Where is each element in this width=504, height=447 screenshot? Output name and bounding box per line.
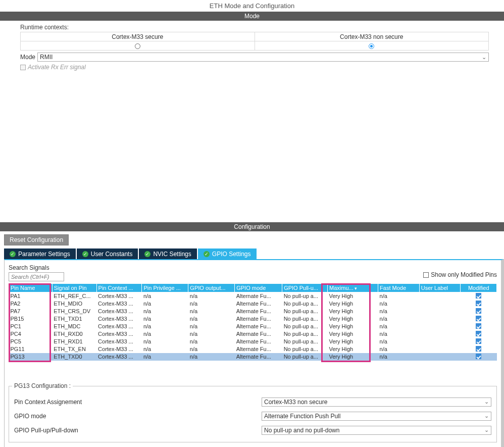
col-maximum-speed[interactable]: Maximu...▾ (328, 284, 378, 292)
cell-signal: ETH_CRS_DV (52, 308, 96, 315)
cell-context: Cortex-M33 ... (96, 345, 142, 353)
cell-mode: Alternate Fu... (235, 292, 282, 300)
cell-speed: Very High (328, 308, 378, 315)
cell-pull: No pull-up a... (282, 300, 328, 308)
cell-modified (461, 345, 497, 353)
tab-user-constants[interactable]: ✓ User Constants (77, 249, 138, 259)
cell-fast: n/a (378, 292, 420, 300)
col-pin-privilege[interactable]: Pin Privilege ... (142, 284, 188, 292)
col-fast-mode[interactable]: Fast Mode (378, 284, 420, 292)
cell-context: Cortex-M33 ... (96, 308, 142, 315)
cell-output: n/a (188, 300, 235, 308)
show-only-modified-label: Show only Modified Pins (431, 271, 497, 278)
modified-checkbox-icon (476, 346, 481, 352)
cell-context: Cortex-M33 ... (96, 338, 142, 345)
cell-mode: Alternate Fu... (235, 338, 282, 345)
page-title: ETH Mode and Configuration (0, 0, 504, 12)
cell-speed: Very High (328, 345, 378, 353)
cell-output: n/a (188, 338, 235, 345)
col-pin-name[interactable]: Pin Name (9, 284, 53, 292)
col-pin-context[interactable]: Pin Context ... (96, 284, 142, 292)
cell-context: Cortex-M33 ... (96, 353, 142, 361)
check-icon: ✓ (10, 251, 16, 257)
cell-context: Cortex-M33 ... (96, 330, 142, 338)
cell-mode: Alternate Fu... (235, 300, 282, 308)
col-gpio-mode[interactable]: GPIO mode (235, 284, 282, 292)
cell-fast: n/a (378, 330, 420, 338)
config-row: GPIO Pull-up/Pull-downNo pull-up and no … (14, 426, 491, 435)
cell-signal: ETH_MDC (52, 323, 96, 330)
modified-checkbox-icon (476, 354, 481, 359)
table-row[interactable]: PG13ETH_TXD0Cortex-M33 ...n/an/aAlternat… (9, 353, 497, 361)
cell-signal: ETH_REF_C... (52, 292, 96, 300)
table-row[interactable]: PG11ETH_TX_ENCortex-M33 ...n/an/aAlterna… (9, 345, 497, 353)
cell-mode: Alternate Fu... (235, 345, 282, 353)
table-row[interactable]: PC4ETH_RXD0Cortex-M33 ...n/an/aAlternate… (9, 330, 497, 338)
cell-priv: n/a (142, 300, 188, 308)
cell-pull: No pull-up a... (282, 353, 328, 361)
table-row[interactable]: PA7ETH_CRS_DVCortex-M33 ...n/an/aAlterna… (9, 308, 497, 315)
tab-nvic-settings[interactable]: ✓ NVIC Settings (139, 249, 196, 259)
config-label: Pin Context Assignement (14, 399, 262, 406)
config-label: GPIO mode (14, 413, 262, 420)
reset-configuration-button[interactable]: Reset Configuration (4, 234, 69, 245)
sort-desc-icon: ▾ (355, 286, 357, 291)
col-gpio-pull[interactable]: GPIO Pull-u... (282, 284, 328, 292)
cell-pin: PG13 (9, 353, 53, 361)
cell-pin: PB15 (9, 315, 53, 323)
cell-speed: Very High (328, 330, 378, 338)
runtime-contexts-label: Runtime contexts: (20, 24, 489, 31)
modified-checkbox-icon (476, 338, 481, 344)
context-nonsecure-radio[interactable] (369, 43, 374, 49)
table-row[interactable]: PB15ETH_TXD1Cortex-M33 ...n/an/aAlternat… (9, 315, 497, 323)
cell-fast: n/a (378, 308, 420, 315)
table-row[interactable]: PC5ETH_RXD1Cortex-M33 ...n/an/aAlternate… (9, 338, 497, 345)
tab-gpio-settings[interactable]: ✓ GPIO Settings (198, 249, 257, 259)
mode-label: Mode (20, 54, 35, 61)
col-gpio-output[interactable]: GPIO output... (188, 284, 235, 292)
col-signal-on-pin[interactable]: Signal on Pin (52, 284, 96, 292)
cell-pin: PA1 (9, 292, 53, 300)
col-user-label[interactable]: User Label (419, 284, 461, 292)
cell-signal: ETH_MDIO (52, 300, 96, 308)
config-select[interactable]: Cortex-M33 non secure⌄ (262, 398, 491, 407)
cell-label (419, 315, 461, 323)
mode-select[interactable]: RMII ⌄ (37, 53, 489, 62)
activate-rx-err-checkbox[interactable] (20, 65, 26, 70)
cell-pull: No pull-up a... (282, 308, 328, 315)
context-secure-radio[interactable] (135, 43, 140, 49)
cell-pull: No pull-up a... (282, 330, 328, 338)
cell-pin: PC1 (9, 323, 53, 330)
table-row[interactable]: PA2ETH_MDIOCortex-M33 ...n/an/aAlternate… (9, 300, 497, 308)
cell-modified (461, 315, 497, 323)
configuration-area: Reset Configuration ✓ Parameter Settings… (0, 231, 504, 447)
cell-speed: Very High (328, 300, 378, 308)
cell-context: Cortex-M33 ... (96, 292, 142, 300)
col-modified[interactable]: Modified (461, 284, 497, 292)
show-only-modified-checkbox[interactable] (423, 272, 429, 278)
cell-signal: ETH_TX_EN (52, 345, 96, 353)
cell-priv: n/a (142, 308, 188, 315)
config-select[interactable]: Alternate Function Push Pull⌄ (262, 412, 491, 421)
table-row[interactable]: PA1ETH_REF_C...Cortex-M33 ...n/an/aAlter… (9, 292, 497, 300)
cell-speed: Very High (328, 338, 378, 345)
config-row: Pin Context AssignementCortex-M33 non se… (14, 398, 491, 407)
cell-fast: n/a (378, 338, 420, 345)
cell-speed: Very High (328, 323, 378, 330)
cell-speed: Very High (328, 292, 378, 300)
modified-checkbox-icon (476, 301, 481, 306)
cell-pull: No pull-up a... (282, 323, 328, 330)
cell-fast: n/a (378, 353, 420, 361)
search-input[interactable] (9, 272, 64, 281)
tab-parameter-settings[interactable]: ✓ Parameter Settings (4, 249, 76, 259)
config-select[interactable]: No pull-up and no pull-down⌄ (262, 426, 491, 435)
cell-label (419, 353, 461, 361)
tab-gpio-settings-label: GPIO Settings (212, 251, 251, 258)
table-row[interactable]: PC1ETH_MDCCortex-M33 ...n/an/aAlternate … (9, 323, 497, 330)
cell-output: n/a (188, 330, 235, 338)
cell-output: n/a (188, 292, 235, 300)
cell-signal: ETH_RXD1 (52, 338, 96, 345)
cell-pin: PA2 (9, 300, 53, 308)
cell-pin: PA7 (9, 308, 53, 315)
cell-output: n/a (188, 315, 235, 323)
